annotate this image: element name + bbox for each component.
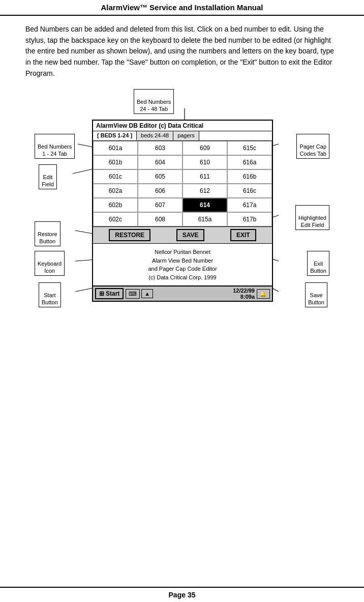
bed-cell[interactable]: 601a [93, 141, 138, 155]
label-bed-1-24-tab: Bed Numbers 1 - 24 Tab [35, 134, 75, 159]
bed-cell[interactable]: 608 [138, 212, 183, 226]
bed-cell[interactable]: 602a [93, 184, 138, 198]
keyboard-icon-taskbar[interactable]: ⌨ [126, 289, 140, 299]
windows-icon: ⊞ [99, 290, 104, 297]
taskbar-time: 12/22/99 8:09a [233, 288, 255, 300]
bed-cell[interactable]: 612 [183, 184, 227, 198]
bed-cell[interactable]: 609 [183, 141, 227, 155]
exit-button[interactable]: EXIT [230, 229, 256, 241]
bed-cell[interactable]: 604 [138, 155, 183, 169]
start-button[interactable]: ⊞ Start [95, 288, 124, 299]
intro-paragraph: Bed Numbers can be added and deleted fro… [25, 24, 339, 79]
label-save-button: Save Button [305, 282, 327, 307]
buttons-row: RESTORE SAVE EXIT [93, 227, 272, 244]
bed-cell[interactable]: 606 [138, 184, 183, 198]
bed-cell[interactable]: 617b [227, 212, 272, 226]
label-bed-tab-top: Bed Numbers 24 - 48 Tab [134, 89, 174, 114]
bed-cell-highlighted[interactable]: 614 [183, 198, 227, 212]
restore-button[interactable]: RESTORE [109, 229, 150, 241]
label-highlighted-edit-field: Highlighted Edit Field [295, 205, 329, 230]
bed-cell[interactable]: 602b [93, 198, 138, 212]
bed-cell[interactable]: 616a [227, 155, 272, 169]
info-text-area: Nellcor Puritan Bennet Alarm View Bed Nu… [93, 244, 272, 285]
bed-cell[interactable]: 617a [227, 198, 272, 212]
page-footer: Page 35 [0, 587, 364, 602]
bed-cell[interactable]: 610 [183, 155, 227, 169]
bed-cell[interactable]: 603 [138, 141, 183, 155]
bed-cell[interactable]: 616c [227, 184, 272, 198]
bed-cell[interactable]: 611 [183, 169, 227, 184]
tab-beds-24-48[interactable]: beds 24-48 [137, 131, 173, 140]
page-title: AlarmView™ Service and Installation Manu… [101, 3, 263, 12]
screen-box: AlarmView DB Editor (c) Data Critical [ … [92, 120, 273, 302]
taskbar-arrow[interactable]: ▲ [141, 289, 153, 298]
bed-cell[interactable]: 605 [138, 169, 183, 184]
tab-pagers[interactable]: pagers [173, 131, 199, 140]
tab-beds-1-24[interactable]: [ BEDS 1-24 ] [93, 131, 137, 140]
taskbar-notify-icon: 🔔 [257, 289, 270, 299]
label-restore-button: Restore Button [35, 221, 60, 246]
bed-cell[interactable]: 615c [227, 141, 272, 155]
bed-cell[interactable]: 601b [93, 155, 138, 169]
label-edit-field: Edit Field [39, 164, 57, 189]
page-body: Bed Numbers can be added and deleted fro… [0, 16, 364, 587]
bed-cell[interactable]: 615a [183, 212, 227, 226]
screen-title-bar: AlarmView DB Editor (c) Data Critical [93, 121, 272, 131]
label-start-button: Start Button [39, 282, 61, 307]
label-exit-button: Exit Button [307, 251, 329, 276]
bed-cell[interactable]: 602c [93, 212, 138, 226]
tabs-row[interactable]: [ BEDS 1-24 ] beds 24-48 pagers [93, 131, 272, 141]
bed-grid: 601a 603 609 615c 601b 604 610 616a 601c… [93, 141, 272, 227]
diagram-area: Bed Numbers 24 - 48 Tab Bed Numbers 1 - … [35, 89, 329, 338]
page-number: Page 35 [169, 591, 196, 599]
bed-cell[interactable]: 601c [93, 169, 138, 184]
save-button[interactable]: SAVE [176, 229, 205, 241]
bed-cell[interactable]: 616b [227, 169, 272, 184]
taskbar: ⊞ Start ⌨ ▲ 12/22/99 8:09a 🔔 [93, 285, 272, 301]
label-keyboard-icon: Keyboard Icon [35, 251, 65, 276]
page-header: AlarmView™ Service and Installation Manu… [0, 0, 364, 16]
label-pager-cap-codes-tab: Pager Cap Codes Tab [296, 134, 329, 159]
bed-cell[interactable]: 607 [138, 198, 183, 212]
